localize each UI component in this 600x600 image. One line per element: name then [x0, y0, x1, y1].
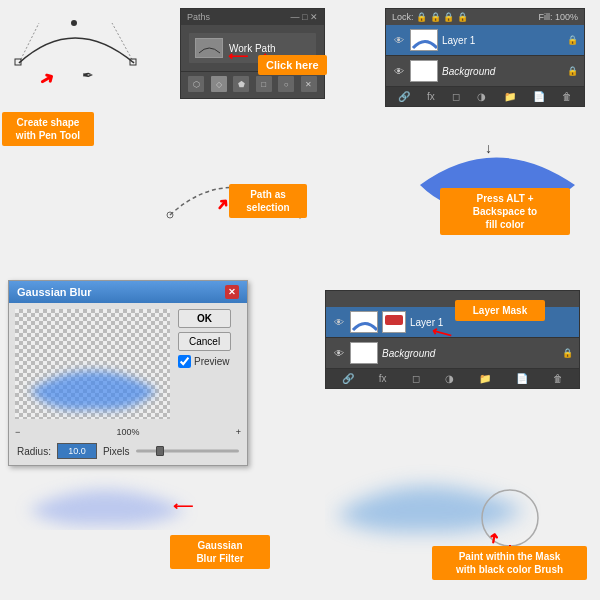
dialog-buttons: OK Cancel Preview: [178, 309, 231, 419]
background-mask-lock: 🔒: [562, 348, 573, 358]
layers2-btn-folder[interactable]: 📁: [479, 373, 491, 384]
pixels-label: Pixels: [103, 446, 130, 457]
paths-panel: Paths — □ ✕ Work Path ⟵ ⬡ ◇ ⬟ □ ○ ✕: [180, 8, 325, 99]
paths-panel-title: Paths: [187, 12, 210, 22]
layer1-name: Layer 1: [442, 35, 563, 46]
layer1-lock: 🔒: [567, 35, 578, 45]
dialog-ok-button[interactable]: OK: [178, 309, 231, 328]
layers2-btn-add[interactable]: 📄: [516, 373, 528, 384]
gaussian-arrow: ⟵: [173, 498, 193, 514]
bottom-blur-svg: [8, 460, 208, 530]
background-mask-thumb: [350, 342, 378, 364]
lock-label: Lock: 🔒 🔒 🔒 🔒: [392, 12, 468, 22]
layers2-btn-link[interactable]: 🔗: [342, 373, 354, 384]
layers2-btn-delete[interactable]: 🗑: [553, 373, 563, 384]
layers-bottom-bar: 🔗 fx ◻ ◑ 📁 📄 🗑: [386, 87, 584, 106]
bottom-blur-area: ⟵: [8, 460, 208, 540]
work-path-mini-svg: [196, 39, 222, 57]
fill-cursor-icon: ↓: [485, 140, 492, 156]
dialog-preview-bar: − 100% +: [9, 425, 247, 439]
paths-tb-icon-5[interactable]: ○: [278, 76, 294, 92]
layers-btn-adjust[interactable]: ◑: [477, 91, 486, 102]
pen-curve-svg: ✒: [4, 8, 144, 88]
background-mask-row[interactable]: 👁 Background 🔒: [326, 338, 579, 369]
svg-line-3: [19, 23, 39, 63]
paths-tb-icon-1[interactable]: ⬡: [188, 76, 204, 92]
dialog-titlebar: Gaussian Blur ✕: [9, 281, 247, 303]
paths-tb-icon-2[interactable]: ◇: [211, 76, 227, 92]
fill-label: Fill: 100%: [538, 12, 578, 22]
radius-input[interactable]: [57, 443, 97, 459]
layer1-mask-color-svg: [351, 312, 378, 333]
layers-btn-link[interactable]: 🔗: [398, 91, 410, 102]
layers-btn-fx[interactable]: fx: [427, 91, 435, 102]
paths-panel-controls: — □ ✕: [291, 12, 318, 22]
layer1-mask-eye[interactable]: 👁: [332, 315, 346, 329]
dialog-preview: [15, 309, 170, 419]
dialog-title-text: Gaussian Blur: [17, 286, 92, 298]
radius-label: Radius:: [17, 446, 51, 457]
layer1-thumb: [410, 29, 438, 51]
layers-btn-mask[interactable]: ◻: [452, 91, 460, 102]
slider-track: [136, 450, 239, 453]
click-here-label: Click here: [258, 55, 327, 75]
paths-tb-icon-6[interactable]: ✕: [301, 76, 317, 92]
layers-bottom-bar-2: 🔗 fx ◻ ◑ 📁 📄 🗑: [326, 369, 579, 388]
svg-line-4: [112, 23, 134, 63]
paths-tb-icon-3[interactable]: ⬟: [233, 76, 249, 92]
layers-btn-add[interactable]: 📄: [533, 91, 545, 102]
background-lock: 🔒: [567, 66, 578, 76]
dialog-close-button[interactable]: ✕: [225, 285, 239, 299]
pen-cursor-icon: ✒: [82, 67, 94, 83]
radius-slider[interactable]: [136, 447, 239, 455]
layer1-row[interactable]: 👁 Layer 1 🔒: [386, 25, 584, 56]
background-mask-eye[interactable]: 👁: [332, 346, 346, 360]
pen-tool-label: Create shape with Pen Tool: [2, 112, 94, 146]
preview-checkbox-input[interactable]: [178, 355, 191, 368]
gaussian-blur-label: GaussianBlur Filter: [170, 535, 270, 569]
dialog-body: OK Cancel Preview: [9, 303, 247, 425]
layers-btn-delete[interactable]: 🗑: [562, 91, 572, 102]
alt-backspace-label: Press ALT +Backspace tofill color: [440, 188, 570, 235]
dialog-preview-checkbox[interactable]: Preview: [178, 355, 231, 368]
dialog-blur-svg: [15, 309, 170, 419]
gaussian-blur-dialog: Gaussian Blur ✕ OK Cancel Preview: [8, 280, 248, 466]
click-here-arrow: ⟵: [228, 48, 248, 64]
lock-fill-bar: Lock: 🔒 🔒 🔒 🔒 Fill: 100%: [386, 9, 584, 25]
preview-percent: 100%: [116, 427, 139, 437]
paths-panel-titlebar: Paths — □ ✕: [181, 9, 324, 25]
layers2-btn-fx[interactable]: fx: [379, 373, 387, 384]
work-path-thumb: [195, 38, 223, 58]
svg-point-2: [71, 20, 77, 26]
paths-tb-icon-4[interactable]: □: [256, 76, 272, 92]
layer1-thumb-svg: [411, 30, 438, 51]
background-thumb: [410, 60, 438, 82]
layers-panel-top: Lock: 🔒 🔒 🔒 🔒 Fill: 100% 👁 Layer 1 🔒 👁 B…: [385, 8, 585, 107]
layers-btn-folder[interactable]: 📁: [504, 91, 516, 102]
slider-thumb[interactable]: [156, 446, 164, 456]
background-eye[interactable]: 👁: [392, 64, 406, 78]
paint-mask-arrow: ➜: [484, 531, 502, 546]
background-row[interactable]: 👁 Background 🔒: [386, 56, 584, 87]
layer1-mask-color-thumb: [350, 311, 378, 333]
layer1-eye[interactable]: 👁: [392, 33, 406, 47]
paths-toolbar: ⬡ ◇ ⬟ □ ○ ✕: [181, 71, 324, 98]
layers2-btn-mask[interactable]: ◻: [412, 373, 420, 384]
preview-plus[interactable]: +: [236, 427, 241, 437]
path-as-selection-label: Path asselection: [229, 184, 307, 218]
preview-minus[interactable]: −: [15, 427, 20, 437]
background-mask-name: Background: [382, 348, 558, 359]
layers2-btn-adjust[interactable]: ◑: [445, 373, 454, 384]
dialog-cancel-button[interactable]: Cancel: [178, 332, 231, 351]
layer1-mask-thumb: [382, 311, 406, 333]
background-name: Background: [442, 66, 563, 77]
layer-mask-label: Layer Mask: [455, 300, 545, 321]
paint-mask-label: Paint within the Maskwith black color Br…: [432, 546, 587, 580]
